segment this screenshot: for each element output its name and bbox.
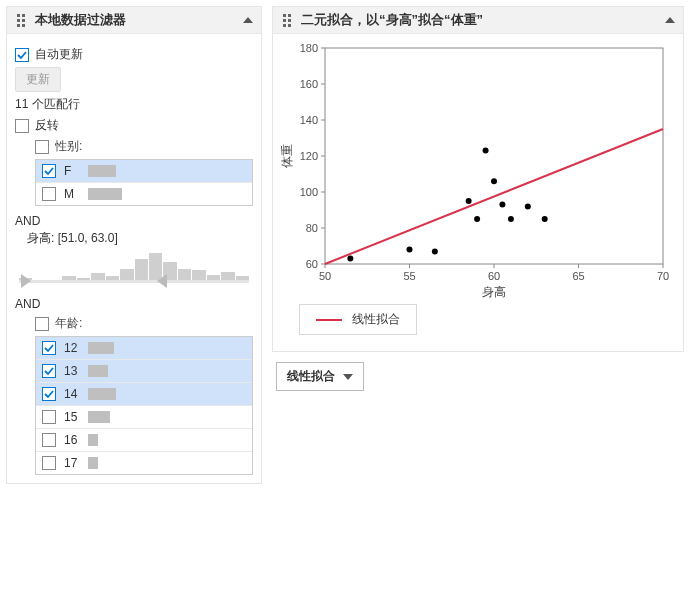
svg-rect-0 <box>325 48 663 264</box>
age-option[interactable]: 14 <box>36 383 252 406</box>
svg-point-32 <box>474 216 480 222</box>
svg-text:60: 60 <box>488 270 500 282</box>
age-option[interactable]: 17 <box>36 452 252 474</box>
svg-point-30 <box>432 248 438 254</box>
sex-option[interactable]: F <box>36 160 252 183</box>
age-checkbox[interactable] <box>42 433 56 447</box>
svg-text:体重: 体重 <box>280 144 294 168</box>
age-label: 17 <box>64 456 80 470</box>
update-button[interactable]: 更新 <box>15 67 61 92</box>
scatter-chart: 60801001201401601805055606570身高体重 <box>279 38 677 298</box>
svg-text:140: 140 <box>300 114 318 126</box>
freq-bar <box>88 188 122 200</box>
height-histogram-slider[interactable] <box>19 249 249 289</box>
collapse-icon[interactable] <box>243 17 253 23</box>
age-label: 12 <box>64 341 80 355</box>
age-checkbox[interactable] <box>42 341 56 355</box>
freq-bar <box>88 411 110 423</box>
svg-text:60: 60 <box>306 258 318 270</box>
svg-text:80: 80 <box>306 222 318 234</box>
svg-point-34 <box>491 178 497 184</box>
sex-group-label: 性别: <box>55 138 82 155</box>
height-range-label: 身高: [51.0, 63.0] <box>27 230 253 247</box>
freq-bar <box>88 365 108 377</box>
svg-point-35 <box>499 202 505 208</box>
age-checkbox[interactable] <box>42 410 56 424</box>
age-option[interactable]: 13 <box>36 360 252 383</box>
svg-point-38 <box>542 216 548 222</box>
fit-panel-title: 二元拟合，以“身高”拟合“体重” <box>301 11 657 29</box>
age-option[interactable]: 16 <box>36 429 252 452</box>
svg-point-37 <box>525 203 531 209</box>
chart-legend: 线性拟合 <box>299 304 417 335</box>
filter-panel-title: 本地数据过滤器 <box>35 11 235 29</box>
svg-text:50: 50 <box>319 270 331 282</box>
age-checkbox[interactable] <box>42 387 56 401</box>
legend-line-icon <box>316 319 342 321</box>
drag-handle-icon[interactable] <box>15 12 27 29</box>
collapse-icon[interactable] <box>665 17 675 23</box>
fit-type-value: 线性拟合 <box>287 368 335 385</box>
sex-checkbox[interactable] <box>42 187 56 201</box>
age-label: 15 <box>64 410 80 424</box>
svg-text:65: 65 <box>572 270 584 282</box>
age-checkbox[interactable] <box>42 456 56 470</box>
freq-bar <box>88 342 114 354</box>
invert-checkbox[interactable] <box>15 119 29 133</box>
freq-bar <box>88 434 98 446</box>
filter-panel-header[interactable]: 本地数据过滤器 <box>7 7 261 34</box>
age-label: 16 <box>64 433 80 447</box>
and-label-2: AND <box>15 297 253 311</box>
age-group-checkbox[interactable] <box>35 317 49 331</box>
auto-update-checkbox[interactable] <box>15 48 29 62</box>
freq-bar <box>88 388 116 400</box>
age-group-label: 年龄: <box>55 315 82 332</box>
match-count-label: 11 个匹配行 <box>15 96 80 113</box>
sex-label: M <box>64 187 80 201</box>
sex-group-checkbox[interactable] <box>35 140 49 154</box>
legend-label: 线性拟合 <box>352 311 400 328</box>
svg-point-29 <box>407 247 413 253</box>
freq-bar <box>88 457 98 469</box>
svg-text:160: 160 <box>300 78 318 90</box>
fit-panel-container: 二元拟合，以“身高”拟合“体重” 60801001201401601805055… <box>272 6 684 484</box>
slider-thumb-left[interactable] <box>21 274 31 288</box>
sex-checkbox[interactable] <box>42 164 56 178</box>
fit-panel: 二元拟合，以“身高”拟合“体重” 60801001201401601805055… <box>272 6 684 352</box>
svg-text:55: 55 <box>403 270 415 282</box>
svg-text:100: 100 <box>300 186 318 198</box>
svg-line-27 <box>325 129 663 264</box>
slider-thumb-right[interactable] <box>157 274 167 288</box>
svg-point-31 <box>466 198 472 204</box>
sex-option[interactable]: M <box>36 183 252 205</box>
freq-bar <box>88 165 116 177</box>
age-label: 13 <box>64 364 80 378</box>
svg-text:身高: 身高 <box>482 285 506 298</box>
age-label: 14 <box>64 387 80 401</box>
drag-handle-icon[interactable] <box>281 12 293 29</box>
sex-label: F <box>64 164 80 178</box>
svg-point-36 <box>508 216 514 222</box>
chevron-down-icon <box>343 374 353 380</box>
age-checkbox[interactable] <box>42 364 56 378</box>
filter-panel: 本地数据过滤器 自动更新 更新 11 个匹配行 反转 性别: FM <box>6 6 262 484</box>
age-option[interactable]: 15 <box>36 406 252 429</box>
auto-update-label: 自动更新 <box>35 46 83 63</box>
fit-type-dropdown[interactable]: 线性拟合 <box>276 362 364 391</box>
age-option[interactable]: 12 <box>36 337 252 360</box>
svg-text:120: 120 <box>300 150 318 162</box>
invert-label: 反转 <box>35 117 59 134</box>
sex-option-list: FM <box>35 159 253 206</box>
age-option-list: 121314151617 <box>35 336 253 475</box>
svg-point-33 <box>483 148 489 154</box>
svg-text:180: 180 <box>300 42 318 54</box>
svg-point-28 <box>347 256 353 262</box>
and-label-1: AND <box>15 214 253 228</box>
svg-text:70: 70 <box>657 270 669 282</box>
fit-panel-header[interactable]: 二元拟合，以“身高”拟合“体重” <box>273 7 683 34</box>
